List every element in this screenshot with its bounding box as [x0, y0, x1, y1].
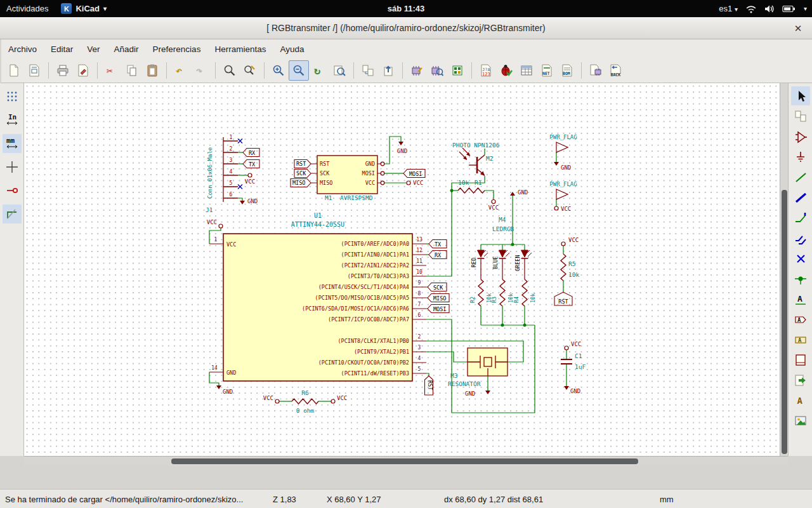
menu-ayuda[interactable]: Ayuda [273, 41, 311, 58]
wire-to-bus-entry-button[interactable] [791, 208, 810, 227]
value[interactable]: ATTINY44-20SSU [291, 221, 344, 228]
menu-editar[interactable]: Editar [44, 41, 80, 58]
global-label-miso-m1[interactable]: MISO [291, 179, 311, 187]
hierarchy-nav-tool-button[interactable] [791, 107, 810, 126]
undo-button[interactable]: ↶ [171, 60, 191, 81]
global-label-rx-j1[interactable]: RX [243, 149, 259, 157]
wifi-icon[interactable] [745, 4, 757, 13]
value[interactable]: AVRISPSMD [340, 194, 373, 201]
units-mm-button[interactable]: mm [3, 134, 22, 153]
edit-fields-table-button[interactable] [516, 60, 537, 81]
vertical-scrollbar[interactable] [780, 83, 788, 456]
bus-to-bus-entry-button[interactable] [791, 229, 810, 248]
menu-ver[interactable]: Ver [80, 41, 107, 58]
show-hidden-pins-button[interactable] [3, 181, 22, 200]
place-bus-button[interactable] [791, 188, 810, 207]
component-u1-attiny44[interactable]: U1 ATTINY44-20SSU VCC GND 1 14 13 12 11 … [209, 212, 426, 381]
new-schematic-button[interactable] [4, 60, 24, 81]
place-hierarchical-label-button[interactable]: A [791, 330, 810, 349]
redraw-view-button[interactable]: ↻ [309, 60, 329, 81]
component-r5[interactable]: VCC R5 10k [561, 237, 579, 281]
component-r6[interactable]: VCC VCC R6 0 ohm [263, 389, 348, 414]
component-m1-avrispsmd[interactable]: RST SCK MISO GND MOSI VCC M1 AVRISPSMD [311, 156, 384, 201]
place-sheet-button[interactable] [791, 351, 810, 370]
value[interactable]: 10k [568, 271, 579, 278]
component-r4[interactable]: R4 10k [513, 279, 536, 306]
redo-button[interactable]: ↷ [191, 60, 211, 81]
component-m3-resonator[interactable]: M3 RESONATOR [448, 348, 508, 387]
reference[interactable]: R1 [475, 179, 482, 186]
menu-anadir[interactable]: Añadir [107, 41, 146, 58]
global-label-rst-u1[interactable]: RST [425, 376, 434, 395]
power-vcc-m1[interactable]: VCC [407, 180, 423, 186]
place-power-port-button[interactable] [791, 147, 810, 166]
component-r2[interactable]: R2 10k [469, 279, 492, 306]
library-browser-button[interactable] [427, 60, 447, 81]
reference[interactable]: M2 [486, 155, 493, 162]
pwr-flag-2[interactable]: PWR_FLAG VCC [549, 181, 577, 212]
horizontal-scrollbar-thumb[interactable] [171, 458, 638, 464]
place-junction-button[interactable] [791, 269, 810, 288]
value[interactable]: 1uF [575, 363, 586, 370]
value[interactable]: 10k [458, 179, 469, 186]
annotate-button[interactable]: J?A123 [476, 60, 496, 81]
global-label-miso-u1[interactable]: MISO [428, 294, 449, 302]
zoom-fit-button[interactable] [329, 60, 350, 81]
menu-archivo[interactable]: Archivo [1, 41, 44, 58]
global-label-tx-u1[interactable]: TX [429, 240, 447, 248]
value[interactable]: 0 ohm [296, 407, 315, 414]
global-label-rst-r5[interactable]: RST [554, 292, 572, 305]
copy-button[interactable] [122, 60, 142, 81]
cut-button[interactable]: ✂ [102, 60, 122, 81]
component-m2-phototransistor[interactable]: PHOTO NPN1206 M2 [452, 142, 500, 176]
reference[interactable]: R6 [301, 389, 309, 396]
no-connect-flag-button[interactable] [791, 249, 810, 268]
pwr-flag-1[interactable]: PWR_FLAG GND [549, 134, 577, 171]
reference[interactable]: M3 [450, 372, 457, 379]
window-title-bar[interactable]: [ RGBtransmiter /] (/home/quiliro/ramiro… [0, 17, 812, 39]
grid-toggle-button[interactable] [3, 87, 22, 106]
horizontal-scrollbar[interactable] [24, 456, 788, 465]
reference[interactable]: R2 [469, 297, 476, 303]
footprint-editor-button[interactable] [447, 60, 468, 81]
hv-wire-mode-button[interactable] [3, 204, 22, 224]
connector-j1[interactable]: 1 2 3 4 5 6 J1 Conn_01x06_Male [206, 135, 242, 213]
close-window-button[interactable]: ✕ [790, 21, 806, 36]
cursor-tool-button[interactable] [791, 86, 810, 105]
schematic-drawing[interactable]: 1 2 3 4 5 6 J1 Conn_01x06_Male RX TX VCC… [24, 83, 780, 456]
menu-preferencias[interactable]: Preferencias [146, 41, 208, 58]
vertical-scrollbar-thumb[interactable] [782, 190, 787, 454]
netlist-button[interactable]: NET [537, 60, 557, 81]
global-label-rst-m1[interactable]: RST [294, 160, 311, 168]
reference[interactable]: M1 [325, 194, 332, 201]
menu-herramientas[interactable]: Herramientas [207, 41, 273, 58]
global-label-mosi-u1[interactable]: MOSI [428, 305, 449, 313]
value[interactable]: PHOTO NPN1206 [452, 142, 500, 149]
global-label-rx-u1[interactable]: RX [429, 251, 447, 259]
power-gnd-leds[interactable]: GND [510, 189, 528, 196]
volume-icon[interactable] [764, 4, 775, 13]
find-button[interactable] [219, 60, 240, 81]
import-sheet-pin-button[interactable] [791, 371, 810, 390]
page-settings-button[interactable] [24, 60, 44, 81]
power-vcc-u1[interactable]: VCC [207, 219, 223, 228]
power-gnd-m1[interactable]: GND [397, 142, 407, 154]
schematic-canvas[interactable]: 1 2 3 4 5 6 J1 Conn_01x06_Male RX TX VCC… [24, 83, 780, 456]
value[interactable]: LEDRGB [492, 225, 514, 232]
place-wire-button[interactable] [791, 168, 810, 187]
reference[interactable]: C1 [575, 352, 582, 359]
library-editor-button[interactable] [407, 60, 427, 81]
print-button[interactable] [53, 60, 73, 81]
global-label-mosi-m1[interactable]: MOSI [403, 170, 425, 178]
find-replace-button[interactable] [240, 60, 260, 81]
reference[interactable]: R5 [568, 260, 575, 267]
leave-sheet-button[interactable] [378, 60, 398, 81]
app-menu[interactable]: K KiCad ▾ [61, 3, 107, 14]
component-c1[interactable]: VCC C1 1uF GND [561, 341, 586, 394]
reference[interactable]: R3 [491, 297, 497, 303]
value[interactable]: RESONATOR [448, 380, 481, 387]
global-label-tx-j1[interactable]: TX [243, 160, 259, 168]
place-label-button[interactable]: A [791, 290, 810, 309]
value[interactable]: Conn_01x06_Male [207, 147, 213, 199]
cursor-shape-button[interactable] [3, 157, 22, 177]
